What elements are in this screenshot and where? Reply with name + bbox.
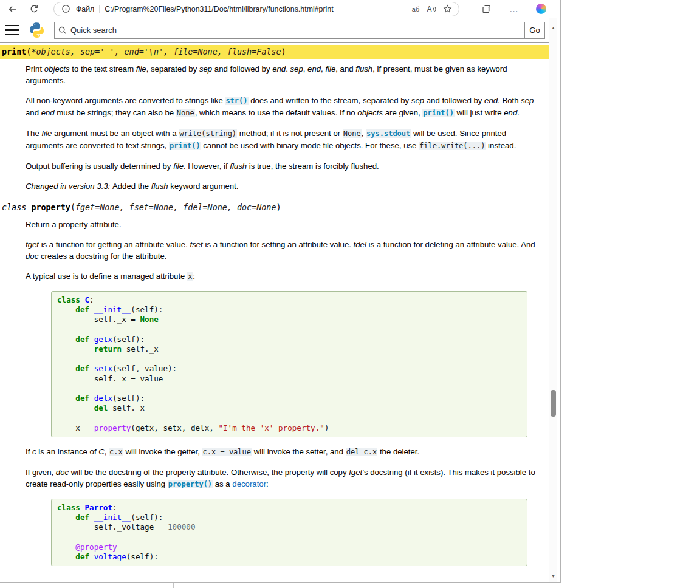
scroll-down-arrow-icon[interactable]: ▼ — [549, 572, 557, 581]
doc-paragraph: All non-keyword arguments are converted … — [26, 95, 538, 119]
search-form: Go — [54, 22, 545, 39]
page-info-icon[interactable] — [60, 4, 71, 15]
doc-paragraph: Print objects to the text stream file, s… — [26, 63, 538, 86]
inline-link[interactable]: property() — [168, 480, 213, 488]
doc-paragraph: Changed in version 3.3: Added the flush … — [26, 180, 538, 192]
doc-paragraph: The file argument must be an object with… — [26, 128, 538, 152]
scrollbar-thumb[interactable] — [551, 390, 556, 417]
inline-link[interactable]: str() — [225, 97, 248, 105]
inline-link[interactable]: print() — [169, 142, 201, 150]
code-line: def delx(self): — [57, 394, 521, 403]
code-line — [57, 384, 521, 394]
doc-paragraph: Output buffering is usually determined b… — [26, 160, 538, 172]
doc-paragraph: Return a property attribute. — [26, 219, 538, 230]
python-logo-icon[interactable] — [29, 22, 45, 38]
read-aloud-icon[interactable]: A — [426, 4, 437, 15]
code-line: x = property(getx, setx, delx, "I'm the … — [57, 423, 521, 433]
property-signature: class property(fget=None, fset=None, fde… — [0, 200, 549, 214]
code-line: self._x = None — [57, 315, 521, 324]
code-line: def __init__(self): — [57, 305, 521, 315]
code-line: def getx(self): — [57, 335, 521, 344]
url-text[interactable]: C:/Program%20Files/Python311/Doc/html/li… — [105, 5, 405, 13]
code-line: self._voltage = 100000 — [57, 522, 521, 532]
code-line — [57, 532, 521, 542]
print-signature: print(*objects, sep=' ', end='\n', file=… — [0, 45, 549, 59]
window-edge-tick — [173, 583, 174, 588]
code-line: self._x = value — [57, 374, 521, 384]
docs-header: Go — [0, 18, 549, 43]
doc-paragraph: fget is a function for getting an attrib… — [26, 239, 538, 262]
copilot-icon[interactable] — [536, 4, 546, 14]
search-icon — [58, 26, 67, 35]
browser-toolbar: Файл C:/Program%20Files/Python311/Doc/ht… — [0, 0, 560, 18]
code-line: class C: — [57, 295, 521, 305]
favorites-star-icon[interactable] — [442, 4, 453, 15]
documentation-content: print(*objects, sep=' ', end='\n', file=… — [0, 45, 549, 566]
back-button[interactable] — [6, 3, 18, 15]
code-line: @property — [57, 542, 521, 552]
search-input[interactable] — [54, 22, 525, 39]
code-line: def setx(self, value): — [57, 364, 521, 374]
code-line — [57, 325, 521, 335]
property-class-entry: class property(fget=None, fset=None, fde… — [0, 200, 549, 566]
refresh-icon — [29, 4, 39, 14]
code-line: def __init__(self): — [57, 513, 521, 522]
code-example-property-class: class C: def __init__(self): self._x = N… — [51, 291, 527, 437]
inline-link[interactable]: print() — [422, 109, 455, 117]
doc-paragraph: If given, doc will be the docstring of t… — [26, 467, 538, 490]
more-menu-icon[interactable]: … — [508, 3, 520, 15]
browser-window: Файл C:/Program%20Files/Python311/Doc/ht… — [0, 0, 561, 583]
doc-paragraph: If c is an instance of C, c.x will invok… — [26, 446, 538, 458]
divider — [99, 5, 100, 13]
scroll-up-arrow-icon[interactable]: ▲ — [549, 23, 557, 32]
page-content: Go print(*objects, sep=' ', end='\n', fi… — [0, 18, 549, 582]
code-line: class Parrot: — [57, 503, 521, 513]
code-line — [57, 354, 521, 364]
window-edge-tick — [359, 583, 359, 588]
inline-link[interactable]: decorator — [232, 479, 266, 488]
refresh-button[interactable] — [28, 3, 40, 15]
print-function-entry: print(*objects, sep=' ', end='\n', file=… — [0, 45, 549, 192]
vertical-scrollbar[interactable]: ▲ ▼ — [549, 18, 557, 582]
code-line: return self._x — [57, 344, 521, 354]
property-description: Return a property attribute. fget is a f… — [26, 219, 538, 566]
code-example-parrot-class: class Parrot: def __init__(self): self._… — [51, 499, 527, 566]
collections-icon[interactable] — [480, 3, 492, 15]
doc-paragraph: A typical use is to define a managed att… — [26, 270, 538, 282]
back-arrow-icon — [7, 4, 18, 14]
inline-link[interactable]: sys.stdout — [366, 129, 411, 138]
address-bar[interactable]: Файл C:/Program%20Files/Python311/Doc/ht… — [53, 2, 459, 16]
toolbar-right-icons: … — [480, 3, 546, 15]
code-line: def voltage(self): — [57, 552, 521, 562]
translate-icon[interactable]: аб — [410, 4, 421, 15]
code-line — [57, 413, 521, 423]
search-go-button[interactable]: Go — [524, 22, 545, 39]
print-description: Print objects to the text stream file, s… — [26, 63, 538, 192]
menu-icon[interactable] — [5, 25, 19, 35]
site-badge[interactable]: Файл — [76, 5, 94, 13]
code-line: del self._x — [57, 403, 521, 413]
